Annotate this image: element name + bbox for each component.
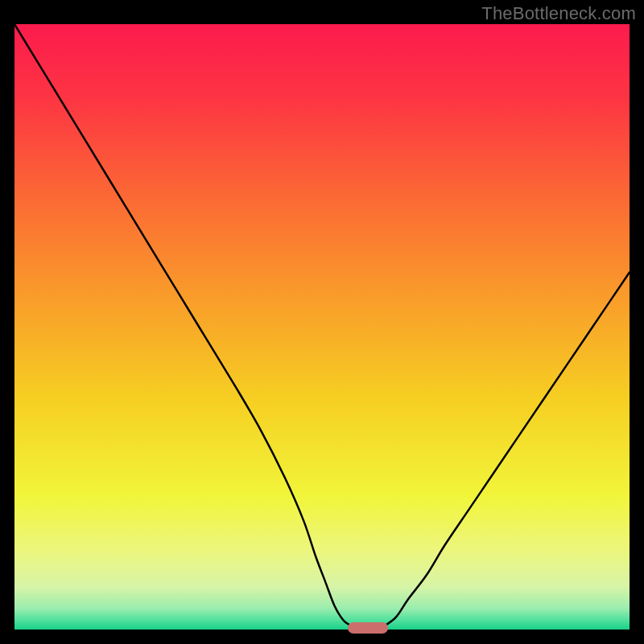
gradient-background [14, 24, 630, 630]
plot-area [14, 24, 630, 630]
bottleneck-chart [14, 24, 630, 630]
watermark-text: TheBottleneck.com [481, 3, 636, 24]
optimal-marker [348, 622, 388, 634]
chart-frame: TheBottleneck.com [0, 0, 644, 644]
